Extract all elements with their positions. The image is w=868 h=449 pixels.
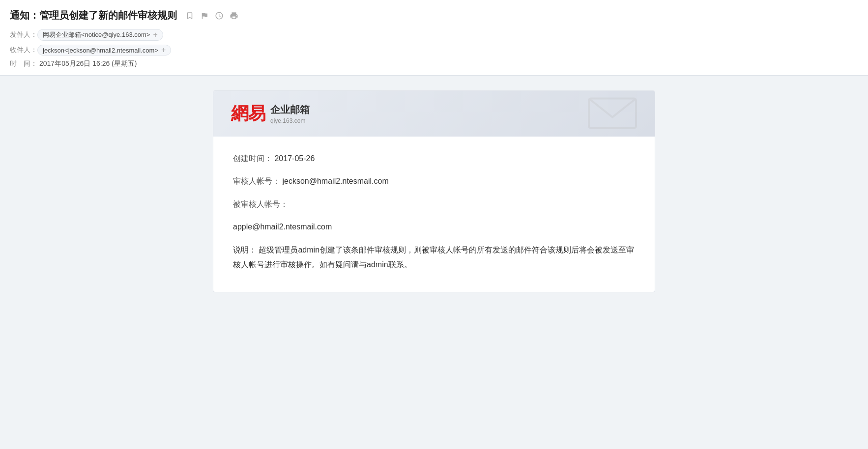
reviewer-value: jeckson@hmail2.ntesmail.com (282, 177, 388, 185)
clock-icon[interactable] (214, 11, 224, 21)
email-card-header: 網易 企业邮箱 qiye.163.com (213, 91, 655, 137)
toolbar-icons (185, 11, 239, 21)
brand-logo: 網易 企业邮箱 qiye.163.com (231, 102, 310, 126)
time-row: 时 间： 2017年05月26日 16:26 (星期五) (10, 59, 858, 68)
bookmark-icon[interactable] (185, 11, 195, 21)
logo-netease: 網易 (231, 102, 265, 126)
from-address-tag[interactable]: 网易企业邮箱<notice@qiye.163.com> + (37, 29, 163, 41)
from-plus-button[interactable]: + (153, 31, 157, 39)
from-label: 发件人： (10, 30, 37, 39)
description-text: 超级管理员admin创建了该条邮件审核规则，则被审核人帐号的所有发送的邮件符合该… (233, 246, 634, 269)
reviewee-row: 被审核人帐号： (233, 197, 635, 212)
from-row: 发件人： 网易企业邮箱<notice@qiye.163.com> + (10, 29, 858, 41)
email-container: 通知：管理员创建了新的邮件审核规则 (0, 0, 868, 449)
reviewee-label: 被审核人帐号： (233, 200, 288, 208)
to-address-text: jeckson<jeckson@hmail2.ntesmail.com> (43, 47, 158, 54)
email-card-body: 创建时间： 2017-05-26 审核人帐号： jeckson@hmail2.n… (213, 137, 655, 292)
reviewee-value-row: apple@hmail2.ntesmail.com (233, 220, 635, 234)
email-title-row: 通知：管理员创建了新的邮件审核规则 (10, 9, 858, 22)
print-icon[interactable] (229, 11, 239, 21)
flag-icon[interactable] (200, 11, 209, 21)
reviewer-label: 审核人帐号： (233, 177, 280, 185)
description-block: 说明： 超级管理员admin创建了该条邮件审核规则，则被审核人帐号的所有发送的邮… (233, 243, 635, 273)
time-label: 时 间： (10, 59, 37, 68)
create-time-value: 2017-05-26 (274, 154, 315, 163)
envelope-icon (588, 93, 637, 134)
to-row: 收件人： jeckson<jeckson@hmail2.ntesmail.com… (10, 45, 858, 56)
to-label: 收件人： (10, 46, 37, 55)
to-plus-button[interactable]: + (161, 46, 166, 54)
to-address-tag[interactable]: jeckson<jeckson@hmail2.ntesmail.com> + (37, 45, 171, 56)
create-time-row: 创建时间： 2017-05-26 (233, 151, 635, 166)
description-label: 说明： (233, 246, 257, 254)
email-body-wrapper: 網易 企业邮箱 qiye.163.com 创建时间： (0, 76, 868, 307)
email-card: 網易 企业邮箱 qiye.163.com 创建时间： (213, 90, 655, 292)
logo-right: 企业邮箱 qiye.163.com (270, 103, 310, 124)
logo-enterprise: 企业邮箱 (270, 103, 310, 116)
time-value: 2017年05月26日 16:26 (星期五) (39, 59, 137, 68)
email-header: 通知：管理员创建了新的邮件审核规则 (0, 0, 868, 76)
email-title: 通知：管理员创建了新的邮件审核规则 (10, 9, 177, 22)
reviewer-row: 审核人帐号： jeckson@hmail2.ntesmail.com (233, 174, 635, 189)
create-time-label: 创建时间： (233, 154, 272, 163)
reviewee-value: apple@hmail2.ntesmail.com (233, 223, 332, 231)
from-address-text: 网易企业邮箱<notice@qiye.163.com> (43, 30, 150, 39)
logo-domain: qiye.163.com (270, 117, 310, 124)
